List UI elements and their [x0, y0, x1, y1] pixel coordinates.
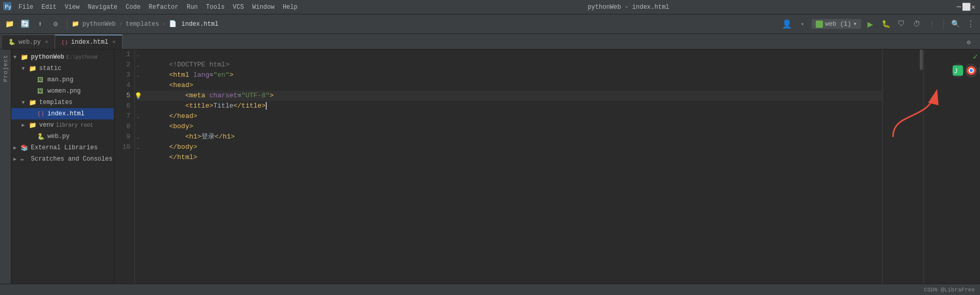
- settings-toolbar-btn[interactable]: ⚙: [49, 18, 62, 30]
- tree-item-pythonweb[interactable]: ▼ 📁 pythonWeb E:\pythonW: [11, 51, 114, 63]
- validation-checkmark: ✓: [973, 51, 978, 62]
- tree-label-web-py: web.py: [47, 133, 70, 140]
- tree-arrow-external-libs: ▶: [13, 145, 21, 151]
- scrollbar-thumb[interactable]: [920, 49, 923, 70]
- tree-label-static: static: [39, 65, 61, 72]
- toolbar-left: 📁 🔄 ⬆ ⚙: [3, 18, 70, 30]
- fold-icon-2[interactable]: ⌄: [135, 60, 141, 70]
- run-button[interactable]: ▶: [864, 18, 876, 30]
- tree-item-women-png[interactable]: 🖼 women.png: [11, 85, 114, 97]
- line-num-10: 10: [114, 142, 130, 152]
- fold-icon-9[interactable]: ⌄: [135, 132, 141, 142]
- token-html-end: </html>: [169, 153, 197, 161]
- collapse-toolbar-btn[interactable]: ⬆: [34, 18, 46, 30]
- tree-item-web-py[interactable]: 🐍 web.py: [11, 131, 114, 142]
- tab-index-html-label: index.html: [71, 39, 108, 46]
- fold-icon-1[interactable]: ⌄: [135, 49, 141, 60]
- tab-index-html-close[interactable]: ×: [112, 39, 116, 45]
- tree-item-scratches[interactable]: ▶ ✏️ Scratches and Consoles: [11, 153, 114, 165]
- tree-item-man-png[interactable]: 🖼 man.png: [11, 74, 114, 85]
- chrome-browser-icon[interactable]: [966, 64, 977, 77]
- tree-item-venv[interactable]: ▶ 📁 venv library root: [11, 119, 114, 131]
- status-bar: CSDN @LibraFree: [0, 284, 980, 295]
- tree-icon-scratches: ✏️: [21, 155, 29, 163]
- menu-navigate[interactable]: Navigate: [83, 3, 122, 12]
- breadcrumb-project[interactable]: pythonWeb: [82, 21, 116, 28]
- token-head-open: <head>: [169, 81, 193, 89]
- menu-file[interactable]: File: [14, 3, 38, 12]
- tree-item-static[interactable]: ▼ 📁 static: [11, 63, 114, 74]
- tree-file-icon-index-html: ⟨⟩: [37, 110, 45, 118]
- menu-code[interactable]: Code: [122, 3, 145, 12]
- code-line-3: <head>: [137, 70, 882, 80]
- menu-vcs[interactable]: VCS: [229, 3, 248, 12]
- tree-item-external-libs[interactable]: ▶ 📚 External Libraries: [11, 142, 114, 153]
- menu-view[interactable]: View: [61, 3, 84, 12]
- tab-web-py-close[interactable]: ×: [45, 39, 48, 45]
- menu-run[interactable]: Run: [182, 3, 202, 12]
- breadcrumb-file: 📄 index.html: [169, 20, 218, 28]
- tree-folder-icon-pythonweb: 📁: [21, 54, 29, 61]
- refresh-toolbar-btn[interactable]: 🔄: [19, 18, 31, 30]
- tab-web-py-label: web.py: [19, 39, 41, 46]
- intellij-browser-icon[interactable]: J: [952, 64, 964, 77]
- user-icon[interactable]: 👤: [781, 18, 793, 30]
- tree-label-external-libs: External Libraries: [31, 144, 98, 151]
- tree-item-templates[interactable]: ▼ 📁 templates: [11, 97, 114, 108]
- fold-icon-7[interactable]: ⌄: [135, 111, 141, 122]
- fold-icon-3[interactable]: ⌄: [135, 70, 141, 80]
- profile-button[interactable]: ⏱: [910, 18, 923, 30]
- tree-folder-icon-static: 📁: [29, 65, 37, 73]
- close-button[interactable]: ✕: [970, 4, 977, 11]
- user-chevron[interactable]: ▾: [796, 18, 809, 30]
- toolbar-separator: [67, 19, 67, 29]
- line-num-9: 9: [114, 132, 130, 142]
- menu-window[interactable]: Window: [248, 3, 279, 12]
- project-panel-toggle[interactable]: Project: [0, 49, 11, 295]
- file-tree-panel: ▼ 📁 pythonWeb E:\pythonW ▼ 📁 static 🖼 ma…: [11, 49, 114, 295]
- code-line-2: <html lang="en">: [137, 60, 882, 70]
- app-icon: Py: [3, 2, 11, 12]
- breadcrumb: 📁 pythonWeb › templates › 📄 index.html: [72, 20, 779, 28]
- menu-edit[interactable]: Edit: [38, 3, 61, 12]
- search-button[interactable]: 🔍: [949, 18, 961, 30]
- fold-icon-10[interactable]: ⌄: [135, 142, 141, 152]
- tree-arrow-templates: ▼: [22, 100, 29, 106]
- right-panel: ✓ J: [923, 49, 980, 295]
- menu-refactor[interactable]: Refactor: [145, 3, 183, 12]
- tree-label-pythonweb: pythonWeb: [31, 54, 64, 61]
- tree-label-venv: venv: [39, 122, 54, 129]
- tab-index-html-icon: ⟨⟩: [61, 39, 68, 46]
- tree-icon-external-libs: 📚: [21, 144, 29, 152]
- tab-web-py[interactable]: 🐍 web.py ×: [2, 34, 55, 49]
- menu-tools[interactable]: Tools: [202, 3, 229, 12]
- token-html-close: >: [229, 71, 233, 79]
- tree-folder-icon-venv: 📁: [29, 122, 37, 129]
- project-panel-label: Project: [3, 55, 9, 82]
- token-h1-close: </h1>: [215, 133, 235, 141]
- lightbulb-icon[interactable]: 💡: [135, 91, 141, 101]
- coverage-button[interactable]: ⛉: [895, 18, 907, 30]
- debug-button[interactable]: 🐛: [880, 18, 892, 30]
- breadcrumb-templates[interactable]: templates: [126, 21, 159, 28]
- token-body-open: <body>: [169, 123, 193, 130]
- code-line-7: <body>: [137, 111, 882, 122]
- run-config-label: web (1): [825, 21, 851, 28]
- line-num-6: 6: [114, 101, 130, 111]
- tree-badge-pythonweb: E:\pythonW: [66, 55, 97, 60]
- tree-item-index-html[interactable]: ⟨⟩ index.html: [11, 108, 114, 119]
- run-config-icon: [816, 21, 823, 28]
- svg-text:J: J: [954, 67, 957, 75]
- tab-index-html[interactable]: ⟨⟩ index.html ×: [55, 34, 123, 49]
- token-meta-close: >: [270, 92, 274, 99]
- menu-help[interactable]: Help: [279, 3, 302, 12]
- breadcrumb-file-icon: 📄: [169, 21, 177, 28]
- folder-toolbar-btn[interactable]: 📁: [3, 18, 15, 30]
- maximize-button[interactable]: ⬜: [962, 4, 970, 11]
- run-config-dropdown[interactable]: web (1) ▾: [812, 19, 861, 29]
- code-content[interactable]: <!DOCTYPE html> <html lang="en"> <head> …: [135, 49, 882, 295]
- more-run-btn[interactable]: ⋮: [926, 18, 938, 30]
- tab-settings-icon[interactable]: ⚙: [962, 36, 975, 48]
- tree-file-icon-web-py: 🐍: [37, 133, 45, 141]
- more-button[interactable]: ⋮: [965, 18, 977, 30]
